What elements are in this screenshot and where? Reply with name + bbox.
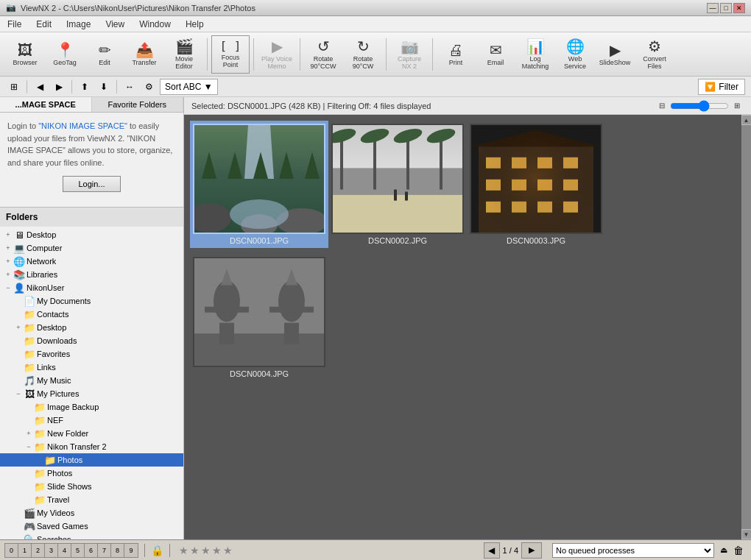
thumb-cell-2[interactable]: DSCN0002.JPG [328,121,467,248]
grid-view-button[interactable]: ⊞ [6,79,22,95]
tree-item-my-documents[interactable]: 📄 My Documents [0,294,183,308]
minimize-button[interactable]: — [707,3,719,13]
scroll-down-arrow[interactable]: ▼ [741,529,752,539]
edit-button[interactable]: ✏ Edit [85,35,124,74]
settings-button[interactable]: ⚙ [141,79,157,95]
play-button[interactable]: ▶ [521,542,542,559]
size-2[interactable]: 2 [32,544,45,557]
menu-window[interactable]: Window [132,17,178,32]
eject-icon[interactable]: ⏏ [720,545,727,555]
protect-icon[interactable]: 🔒 [151,545,163,556]
size-0[interactable]: 0 [5,544,18,557]
slideshow-button[interactable]: ▶ SlideShow [596,35,634,74]
size-9[interactable]: 9 [124,544,138,557]
browser-button[interactable]: 🖼 Browser [6,35,44,74]
convert-files-button[interactable]: ⚙ Convert Files [635,35,674,74]
expander-nikonuser[interactable]: − [3,283,13,293]
menu-file[interactable]: File [0,17,29,32]
nikon-space-link[interactable]: "NIKON IMAGE SPACE" [38,121,127,130]
tree-item-photos2[interactable]: 📁 Photos [0,467,183,480]
transfer-button[interactable]: 📤 Transfer [125,35,163,74]
star-5[interactable]: ★ [223,545,233,556]
movie-editor-button[interactable]: 🎬 Movie Editor [165,35,203,74]
capture-nx2-button[interactable]: 📷 Capture NX 2 [390,35,429,74]
rotate-ccw-button[interactable]: ↺ Rotate 90°CCW [304,35,342,74]
menu-view[interactable]: View [98,17,132,32]
focus-point-button[interactable]: [ ] Focus Point [211,35,250,74]
expander-desktop[interactable]: + [3,230,13,240]
expander-network[interactable]: + [3,256,13,266]
tree-item-my-music[interactable]: 🎵 My Music [0,374,183,387]
tree-item-computer[interactable]: + 💻 Computer [0,241,183,255]
nav-back-button[interactable]: ◀ [32,79,48,95]
tab-image-space[interactable]: ...MAGE SPACE [0,97,92,112]
tree-item-downloads[interactable]: 📁 Downloads [0,334,183,347]
tree-item-nikon-transfer2[interactable]: − 📁 Nikon Transfer 2 [0,440,183,453]
prev-button[interactable]: ◀ [484,542,500,559]
thumb-cell-3[interactable]: DSCN0003.JPG [467,121,605,248]
tree-item-links[interactable]: 📁 Links [0,361,183,374]
maximize-button[interactable]: □ [720,3,732,13]
nav-forward-button[interactable]: ▶ [51,79,67,95]
tree-item-my-pictures[interactable]: − 🖼 My Pictures [0,387,183,400]
close-button[interactable]: ✕ [733,3,745,13]
size-4[interactable]: 4 [58,544,71,557]
web-service-button[interactable]: 🌐 Web Service [556,35,594,74]
star-4[interactable]: ★ [212,545,222,556]
size-slider[interactable] [670,101,729,111]
thumb-cell-4[interactable]: DSCN0004.JPG [190,254,328,381]
tree-item-network[interactable]: + 🌐 Network [0,255,183,268]
expander-nikon-transfer2[interactable]: − [24,442,34,452]
view-small-icon[interactable]: ⊟ [655,99,669,113]
expander-computer[interactable]: + [3,243,13,253]
log-matching-button[interactable]: 📊 Log Matching [516,35,554,74]
tree-item-slide-shows[interactable]: 📁 Slide Shows [0,480,183,493]
star-3[interactable]: ★ [201,545,211,556]
tree-item-desktop[interactable]: + 🖥 Desktop [0,228,183,241]
play-voice-button[interactable]: ▶ Play Voice Memo [258,35,296,74]
tab-favorite-folders[interactable]: Favorite Folders [92,97,184,112]
right-scrollbar[interactable]: ▲ ▼ [741,115,751,539]
size-1[interactable]: 1 [18,544,32,557]
tree-item-contacts[interactable]: 📁 Contacts [0,308,183,321]
expander-desktop2[interactable]: + [13,322,24,333]
tree-item-image-backup[interactable]: 📁 Image Backup [0,400,183,414]
tree-item-searches[interactable]: 🔍 Searches [0,533,183,539]
tree-item-photos[interactable]: 📁 Photos [0,453,183,467]
star-2[interactable]: ★ [190,545,200,556]
tree-item-nef[interactable]: 📁 NEF [0,414,183,427]
tree-item-my-videos[interactable]: 🎬 My Videos [0,506,183,520]
view-large-icon[interactable]: ⊞ [730,99,744,113]
size-7[interactable]: 7 [98,544,111,557]
sort-dropdown[interactable]: Sort ABC ▼ [160,79,218,95]
view-options-button[interactable]: ⬇ [96,79,112,95]
expander-libraries[interactable]: + [3,269,13,280]
menu-image[interactable]: Image [59,17,98,32]
tree-item-desktop2[interactable]: + 📁 Desktop [0,321,183,334]
login-button[interactable]: Login... [63,176,120,192]
tree-item-nikonuser[interactable]: − 👤 NikonUser [0,281,183,294]
thumb-cell-1[interactable]: DSCN0001.JPG [190,121,328,248]
size-5[interactable]: 5 [71,544,85,557]
expander-my-pictures[interactable]: − [13,389,24,399]
tree-item-saved-games[interactable]: 🎮 Saved Games [0,520,183,533]
titlebar-controls[interactable]: — □ ✕ [707,3,745,13]
menu-edit[interactable]: Edit [29,17,59,32]
menu-help[interactable]: Help [178,17,211,32]
trash-button[interactable]: 🗑 [730,542,747,559]
email-button[interactable]: ✉ Email [476,35,515,74]
size-8[interactable]: 8 [111,544,124,557]
folder-up-button[interactable]: ⬆ [77,79,93,95]
tree-item-travel[interactable]: 📁 Travel [0,493,183,506]
sync-button[interactable]: ↔ [121,79,138,95]
tree-item-new-folder[interactable]: + 📁 New Folder [0,427,183,440]
print-button[interactable]: 🖨 Print [437,35,475,74]
filter-button[interactable]: 🔽 Filter [698,79,745,95]
rotate-cw-button[interactable]: ↻ Rotate 90°CW [344,35,382,74]
star-1[interactable]: ★ [179,545,188,556]
geotag-button[interactable]: 📍 GeoTag [46,35,84,74]
size-3[interactable]: 3 [45,544,58,557]
expander-new-folder[interactable]: + [24,428,34,439]
scroll-up-arrow[interactable]: ▲ [741,115,752,125]
queue-select[interactable]: No queued processes [552,543,714,558]
